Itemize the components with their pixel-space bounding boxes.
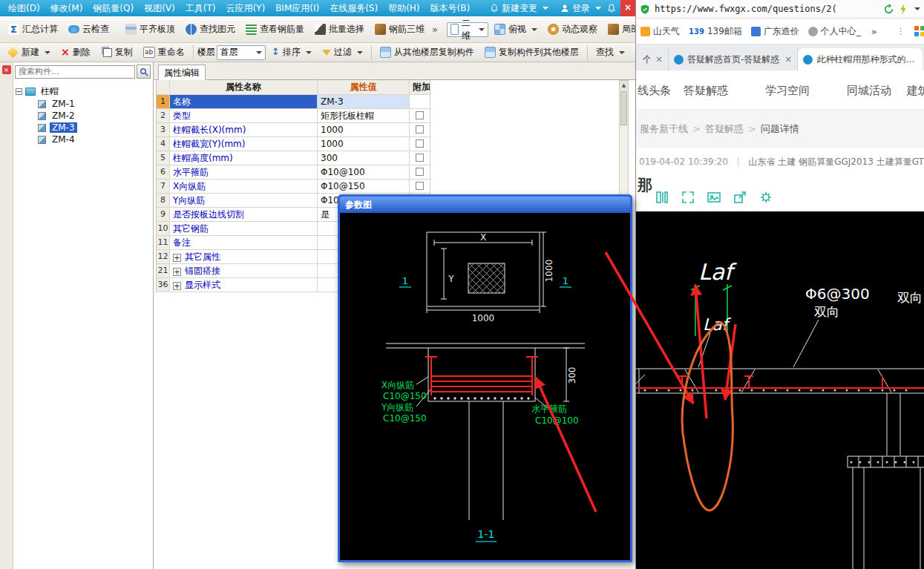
nav-learning[interactable]: 学习空间 [765,84,810,98]
bookmark-weather[interactable]: 山天气 [640,25,680,38]
nav-local-events[interactable]: 同城活动 [847,84,891,98]
tab-property-edit[interactable]: 属性编辑 [158,65,206,80]
new-component-button[interactable]: 新建 [3,44,55,61]
menu-draw[interactable]: 绘图(D) [3,0,45,16]
tab-close-icon[interactable]: × [654,54,663,65]
search-button[interactable] [137,65,151,79]
nav-qa[interactable]: 答疑解惑 [684,84,728,98]
app-grid-icon[interactable] [914,26,924,36]
align-slab-button[interactable]: 平齐板顶 [121,21,180,38]
tree-item-zm1[interactable]: ZM-1 [38,98,151,110]
new-change-button[interactable]: 新建变更 [484,2,554,15]
prop-group[interactable]: +锚固搭接 [170,264,318,277]
menu-online-service[interactable]: 在线服务(S) [324,0,383,16]
expand-plus-icon[interactable]: + [173,254,181,262]
tab-qa-home[interactable]: 答疑解惑首页-答疑解惑× [669,48,798,70]
rebar-3d-button[interactable]: 钢筋三维 [370,21,429,38]
prop-name[interactable]: Y向纵筋 [170,194,318,207]
batch-select-button[interactable]: 批量选择 [310,21,369,38]
prop-group[interactable]: +其它属性 [170,250,318,263]
scroll-thumb[interactable] [620,91,627,125]
prop-value[interactable]: 1000 [318,137,410,151]
extra-checkbox[interactable] [416,182,424,190]
prop-value[interactable]: Φ10@100 [318,165,410,179]
tab-close-icon[interactable]: × [783,54,792,65]
bookmark-cost[interactable]: 广东造价 [751,25,799,38]
prop-value[interactable]: Φ10@150 [318,180,410,193]
find-element-button[interactable]: 查找图元 [181,21,240,38]
breadcrumb-qa[interactable]: 答疑解惑 [705,123,744,134]
tab-partial[interactable]: 个× [638,48,669,70]
menu-bim-app[interactable]: BIM应用(I) [270,0,324,16]
copy-from-floor-button[interactable]: 从其他楼层复制构件 [376,44,479,61]
extra-checkbox[interactable] [416,111,424,119]
prop-name[interactable]: 其它钢筋 [170,222,318,235]
prop-value[interactable]: 1000 [318,123,410,137]
tree-item-zm4[interactable]: ZM-4 [38,134,151,145]
copy-to-floor-button[interactable]: 复制构件到其他楼层 [480,44,583,61]
share-icon[interactable] [732,189,748,205]
chevron-more-icon[interactable]: » [430,24,439,35]
summary-calc-button[interactable]: Σ汇总计算 [4,21,62,38]
panel-close-icon[interactable]: × [2,65,11,74]
view-mode-select[interactable]: 二维 [447,22,488,37]
close-icon[interactable]: × [620,0,635,16]
tree-item-zm3-selected[interactable]: ZM-3 [38,122,151,134]
tree-item-zm2[interactable]: ZM-2 [38,110,151,122]
prop-value[interactable]: 矩形托板柱帽 [318,109,410,122]
prop-name[interactable]: 名称 [170,95,318,108]
prop-name[interactable]: 水平箍筋 [170,165,318,179]
prop-name[interactable]: X向纵筋 [170,180,318,193]
nav-headlines[interactable]: 线头条 [638,84,671,98]
extra-checkbox[interactable] [416,154,424,162]
prop-value[interactable]: ZM-3 [318,95,410,108]
dialog-titlebar[interactable]: 参数图 [340,197,630,213]
tab-question-active[interactable]: 此种柱帽用那种形式的柱( [798,48,923,70]
chevron-down-icon[interactable] [914,7,920,10]
prop-name[interactable]: 备注 [170,236,318,249]
tree-root-column-cap[interactable]: 柱帽 [16,85,151,98]
copy-button[interactable]: 复制 [96,44,137,61]
extra-checkbox[interactable] [416,139,424,148]
extra-checkbox[interactable] [416,125,424,134]
url-field[interactable]: https://www.fwxgx.com/questions/2( [655,4,879,14]
scroll-up-icon[interactable]: ▲ [620,81,628,91]
search-input[interactable] [15,65,135,79]
prop-name[interactable]: 是否按板边线切割 [170,208,318,221]
prop-name[interactable]: 类型 [170,109,318,122]
orbit-button[interactable]: 动态观察 [543,21,602,38]
menu-version[interactable]: 版本号(B) [425,0,476,16]
prop-name[interactable]: 柱帽高度(mm) [170,151,318,165]
find-button[interactable]: 查找 [592,44,629,61]
prop-name[interactable]: 柱帽截长(X)(mm) [170,123,318,137]
more-dots-icon[interactable]: ⋮ [897,26,905,36]
prop-value[interactable]: 300 [318,151,410,165]
filter-button[interactable]: 过滤 [318,44,367,61]
menu-tools[interactable]: 工具(T) [180,0,221,16]
top-view-button[interactable]: 俯视 [490,21,542,38]
fullscreen-icon[interactable] [680,189,696,205]
floor-select[interactable]: 首层 [217,45,266,60]
notification-bell-icon[interactable] [607,4,616,13]
login-button[interactable]: 登录 [554,2,607,15]
screenshot-icon[interactable] [706,189,722,205]
breadcrumb-home[interactable]: 服务新干线 [640,123,688,134]
prop-group[interactable]: +显示样式 [170,278,318,292]
menu-help[interactable]: 帮助(H) [383,0,425,16]
delete-button[interactable]: ×删除 [56,44,95,61]
menu-rebar[interactable]: 钢筋量(Q) [88,0,139,16]
sort-button[interactable]: ↕排序 [267,44,316,61]
menu-modify[interactable]: 修改(M) [45,0,88,16]
bookmark-mail[interactable]: 139139邮箱 [689,25,742,38]
collapse-icon[interactable] [16,88,22,95]
menu-view[interactable]: 视图(V) [139,0,180,16]
settings-icon[interactable] [758,189,774,205]
lightning-icon[interactable] [899,4,908,15]
menu-cloud-app[interactable]: 云应用(Y) [220,0,270,16]
bookmark-overflow-icon[interactable]: » [870,26,879,37]
view-rebar-button[interactable]: 查看钢筋量 [241,21,309,38]
prop-name[interactable]: 柱帽截宽(Y)(mm) [170,137,318,151]
qr-code-icon[interactable] [654,189,670,205]
rename-button[interactable]: ab重命名 [139,44,189,61]
expand-plus-icon[interactable]: + [173,268,181,276]
